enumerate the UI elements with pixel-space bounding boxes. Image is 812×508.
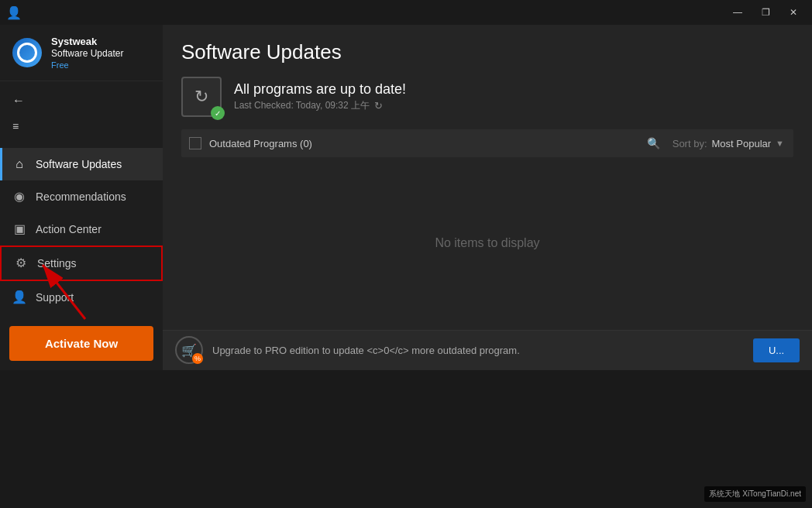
sidebar-nav: ⌂ Software Updates ◉ Recommendations ▣ A… — [0, 145, 163, 317]
user-icon[interactable]: 👤 — [6, 5, 22, 20]
back-button[interactable]: ← — [0, 88, 163, 114]
titlebar-icon-area: 👤 — [6, 5, 22, 20]
menu-button[interactable]: ≡ — [0, 114, 163, 139]
sidebar-label-recommendations: Recommendations — [36, 190, 126, 203]
app-name-line1: Systweak — [51, 36, 123, 48]
sort-prefix: Sort by: — [673, 138, 707, 149]
refresh-sync-icon: ↻ — [194, 87, 208, 107]
app-logo — [12, 38, 42, 67]
person-icon: 👤 — [12, 290, 26, 304]
outdated-checkbox[interactable] — [189, 137, 201, 149]
upgrade-button[interactable]: U... — [753, 338, 800, 362]
sidebar-bottom: Activate Now — [0, 317, 163, 370]
sidebar-item-settings[interactable]: ⚙ Settings — [0, 245, 163, 281]
sidebar-item-support[interactable]: 👤 Support — [0, 281, 163, 314]
sidebar-item-recommendations[interactable]: ◉ Recommendations — [0, 180, 163, 213]
cart-badge: % — [192, 353, 203, 364]
watermark: 系统天地 XiTongTianDi.net — [704, 486, 806, 502]
sort-dropdown[interactable]: Sort by: Most Popular ▼ — [663, 138, 793, 149]
empty-message: No items to display — [435, 236, 539, 250]
sidebar-item-action-center[interactable]: ▣ Action Center — [0, 213, 163, 245]
titlebar: 👤 — ❐ ✕ — [0, 0, 812, 25]
check-badge: ✓ — [211, 106, 225, 120]
app-name-line2: Software Updater — [51, 48, 123, 59]
footer-bar: 🛒 % Upgrade to PRO edition to update <c>… — [163, 330, 812, 370]
search-icon[interactable]: 🔍 — [645, 134, 663, 153]
free-badge: Free — [51, 60, 123, 70]
content-area: No items to display — [163, 157, 812, 330]
sidebar-label-software-updates: Software Updates — [36, 158, 122, 170]
cart-icon: 🛒 % — [175, 336, 203, 364]
main-content: Software Updates ↻ ✓ All programs are up… — [163, 25, 812, 370]
status-bar: ↻ ✓ All programs are up to date! Last Ch… — [181, 77, 793, 117]
sidebar-nav-top: ← ≡ — [0, 81, 163, 145]
sidebar-label-action-center: Action Center — [36, 223, 102, 235]
sidebar-header: Systweak Software Updater Free — [0, 25, 163, 81]
sidebar-label-settings: Settings — [37, 257, 77, 269]
gear-icon: ⚙ — [14, 256, 28, 270]
sort-value: Most Popular — [712, 138, 772, 149]
titlebar-controls: — ❐ ✕ — [725, 3, 806, 22]
status-icon: ↻ ✓ — [181, 77, 222, 117]
close-button[interactable]: ✕ — [781, 3, 806, 22]
sidebar: Systweak Software Updater Free ← ≡ ⌂ Sof… — [0, 25, 163, 370]
activate-now-button[interactable]: Activate Now — [9, 326, 153, 361]
footer-upgrade-text: Upgrade to PRO edition to update <c>0</c… — [212, 345, 744, 356]
status-text: All programs are up to date! Last Checke… — [234, 81, 406, 112]
refresh-icon[interactable]: ↻ — [374, 100, 383, 112]
camera-icon: ◉ — [12, 190, 26, 204]
main-header: Software Updates ↻ ✓ All programs are up… — [163, 25, 812, 129]
home-icon: ⌂ — [12, 157, 26, 171]
minimize-button[interactable]: — — [725, 3, 750, 22]
filter-label: Outdated Programs (0) — [209, 138, 645, 149]
chevron-down-icon: ▼ — [776, 139, 784, 148]
filter-bar: Outdated Programs (0) 🔍 Sort by: Most Po… — [181, 129, 793, 157]
monitor-icon: ▣ — [12, 222, 26, 236]
status-sub-text: Last Checked: Today, 09:32 上午 ↻ — [234, 99, 406, 112]
page-title: Software Updates — [181, 40, 793, 64]
app-title: Systweak Software Updater Free — [51, 36, 123, 70]
sidebar-label-support: Support — [36, 291, 74, 304]
restore-button[interactable]: ❐ — [753, 3, 778, 22]
sidebar-item-software-updates[interactable]: ⌂ Software Updates — [0, 148, 163, 180]
status-main-text: All programs are up to date! — [234, 81, 406, 98]
